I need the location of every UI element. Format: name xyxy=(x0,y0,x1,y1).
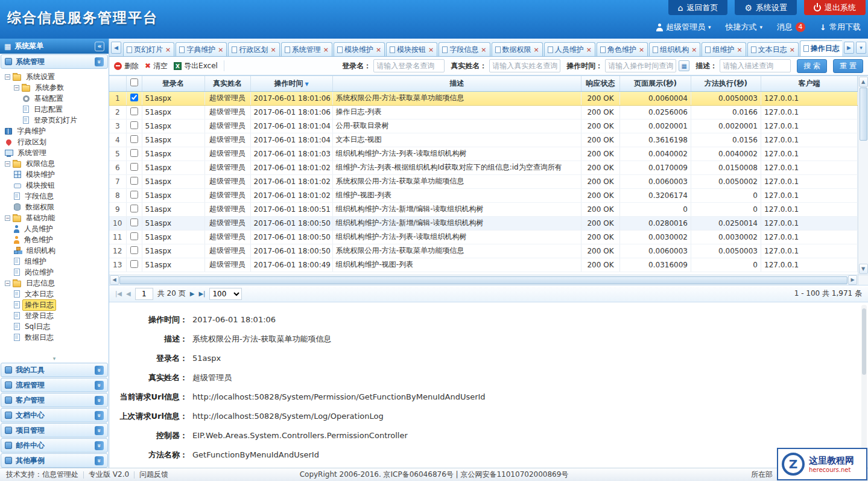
close-icon[interactable]: × xyxy=(534,46,539,54)
table-row-7[interactable]: 751aspx超级管理员2017-06-01 18:01:02系统权限公用-方法… xyxy=(109,174,858,188)
col-header-操作时间[interactable]: 操作时间▼ xyxy=(250,76,332,91)
tab-模块按钮[interactable]: 模块按钮× xyxy=(386,42,437,56)
tree-item-组维护[interactable]: 组维护 xyxy=(2,256,109,267)
tab-系统管理[interactable]: 系统管理× xyxy=(281,42,332,56)
close-icon[interactable]: × xyxy=(639,46,644,54)
tab-页幻灯片[interactable]: 页幻灯片× xyxy=(123,42,174,56)
tab-操作日志[interactable]: 操作日志× xyxy=(800,40,842,56)
row-checkbox[interactable] xyxy=(130,163,138,171)
sidebar-section-邮件中心[interactable]: 邮件中心» xyxy=(1,438,108,453)
last-page-button[interactable]: ▶| xyxy=(198,290,205,297)
section-toggle-icon[interactable]: » xyxy=(95,366,104,375)
row-checkbox[interactable] xyxy=(130,205,138,212)
sidebar-section-客户管理[interactable]: 客户管理» xyxy=(1,393,108,407)
search-input[interactable] xyxy=(720,59,791,72)
search-input[interactable] xyxy=(605,59,676,72)
sidebar-section-我的工具[interactable]: 我的工具» xyxy=(1,363,108,377)
close-icon[interactable]: × xyxy=(481,46,486,54)
sort-desc-icon[interactable]: ▼ xyxy=(305,81,308,87)
tab-模块维护[interactable]: 模块维护× xyxy=(334,42,385,56)
table-row-1[interactable]: 151aspx超级管理员2017-06-01 18:01:06系统权限公用-方法… xyxy=(109,91,858,105)
close-icon[interactable]: × xyxy=(218,46,223,54)
row-checkbox[interactable] xyxy=(130,232,138,240)
close-icon[interactable]: × xyxy=(323,46,329,54)
footer-item[interactable]: 问题反馈 xyxy=(139,470,168,480)
first-page-button[interactable]: |◀ xyxy=(115,290,122,297)
tree-item-登录日志[interactable]: 登录日志 xyxy=(2,310,109,321)
tree-scroll-down-icon[interactable]: ▾ xyxy=(0,355,109,362)
shortcuts-menu[interactable]: 快捷方式 ▾ xyxy=(726,22,763,33)
expander-icon[interactable]: − xyxy=(5,74,10,80)
row-checkbox[interactable] xyxy=(130,191,138,199)
row-checkbox[interactable] xyxy=(130,135,138,143)
table-row-9[interactable]: 951aspx超级管理员2017-06-01 18:00:51组织机构维护-方法… xyxy=(109,202,858,216)
search-button[interactable]: 搜 索 xyxy=(797,59,827,73)
tree-item-岗位维护[interactable]: 岗位维护 xyxy=(2,267,109,278)
detail-scrollbar[interactable] xyxy=(861,305,867,465)
home-button[interactable]: ⌂ 返回首页 xyxy=(668,0,728,15)
section-toggle-icon[interactable]: » xyxy=(95,381,104,390)
tree-item-系统参数[interactable]: −系统参数 xyxy=(2,82,109,93)
table-row-4[interactable]: 451aspx超级管理员2017-06-01 18:01:04文本日志-视图20… xyxy=(109,133,858,147)
table-row-6[interactable]: 651aspx超级管理员2017-06-01 18:01:02组维护-方法-列表… xyxy=(109,161,858,174)
close-icon[interactable]: × xyxy=(270,46,276,54)
close-icon[interactable]: × xyxy=(586,46,592,54)
tab-scroll-right-icon[interactable]: ▶ xyxy=(844,42,854,54)
table-row-10[interactable]: 1051aspx超级管理员2017-06-01 18:00:50组织机构维护-方… xyxy=(109,216,858,230)
sidebar-section-其他事例[interactable]: 其他事例» xyxy=(1,453,108,468)
tree-item-角色维护[interactable]: 角色维护 xyxy=(2,234,109,245)
search-input[interactable] xyxy=(489,59,560,72)
tab-数据权限[interactable]: 数据权限× xyxy=(492,42,543,56)
col-header-真实姓名[interactable]: 真实姓名 xyxy=(204,76,250,91)
page-number-input[interactable] xyxy=(135,288,153,300)
tree-item-模块维护[interactable]: 模块维护 xyxy=(2,169,109,180)
tree-item-基础配置[interactable]: 基础配置 xyxy=(2,93,109,104)
detail-scroll-thumb[interactable] xyxy=(862,308,866,375)
tab-人员维护[interactable]: 人员维护× xyxy=(544,42,595,56)
sidebar-section-文档中心[interactable]: 文档中心» xyxy=(1,408,108,422)
user-menu[interactable]: 超级管理员 ▾ xyxy=(656,22,711,33)
tree-item-行政区划[interactable]: 行政区划 xyxy=(2,136,109,147)
tree-item-字典维护[interactable]: 字典维护 xyxy=(2,126,109,136)
expander-icon[interactable]: − xyxy=(5,215,10,221)
tab-文本日志[interactable]: 文本日志× xyxy=(747,42,799,56)
tree-item-Sql日志[interactable]: Sql日志 xyxy=(2,321,109,332)
vertical-scroll-thumb[interactable] xyxy=(860,88,867,141)
tree-item-人员维护[interactable]: 人员维护 xyxy=(2,223,109,234)
tree-item-模块按钮[interactable]: 模块按钮 xyxy=(2,180,109,191)
tree-item-操作日志[interactable]: 操作日志 xyxy=(2,299,109,310)
exit-button[interactable]: 退出系统 xyxy=(804,0,866,15)
delete-button[interactable]: 删除 xyxy=(114,61,139,71)
search-input[interactable] xyxy=(373,59,445,72)
tree-item-系统设置[interactable]: −系统设置 xyxy=(2,71,109,82)
downloads-link[interactable]: ↓ 常用下载 xyxy=(820,22,861,33)
table-row-11[interactable]: 1151aspx超级管理员2017-06-01 18:00:50组织机构维护-方… xyxy=(109,230,858,244)
tree-item-基础功能[interactable]: −基础功能 xyxy=(2,212,109,223)
export-excel-button[interactable]: X 导出Excel xyxy=(174,61,218,71)
section-toggle-icon[interactable]: » xyxy=(95,396,104,405)
tree-item-登录页幻灯片[interactable]: 登录页幻灯片 xyxy=(2,115,109,126)
table-row-12[interactable]: 1251aspx超级管理员2017-06-01 18:00:50系统权限公用-方… xyxy=(109,244,858,258)
table-row-8[interactable]: 851aspx超级管理员2017-06-01 18:01:02组维护-视图-列表… xyxy=(109,188,858,202)
next-page-button[interactable]: ▶ xyxy=(190,290,195,297)
messages-link[interactable]: 消息 4 xyxy=(777,22,805,33)
row-checkbox[interactable] xyxy=(130,107,138,115)
tree-item-数据权限[interactable]: 数据权限 xyxy=(2,202,109,212)
horizontal-scroll-thumb[interactable] xyxy=(119,276,847,284)
row-checkbox[interactable] xyxy=(130,177,138,185)
tree-item-字段信息[interactable]: 字段信息 xyxy=(2,191,109,202)
row-checkbox[interactable] xyxy=(130,149,138,157)
tab-字典维护[interactable]: 字典维护× xyxy=(176,42,227,56)
tree-item-权限信息[interactable]: −权限信息 xyxy=(2,158,109,169)
close-icon[interactable]: × xyxy=(790,46,795,54)
tab-menu-icon[interactable]: ▾ xyxy=(856,42,866,54)
tree-item-组织机构[interactable]: 组织机构 xyxy=(2,245,109,256)
section-toggle-icon[interactable]: » xyxy=(95,426,104,435)
scroll-up-icon[interactable]: ▲ xyxy=(859,77,868,87)
tree-item-日志配置[interactable]: 日志配置 xyxy=(2,104,109,115)
page-size-select[interactable]: 100 xyxy=(209,288,242,300)
sidebar-section-system-management[interactable]: 系统管理 » xyxy=(1,54,108,69)
row-checkbox[interactable] xyxy=(130,121,138,129)
vertical-scrollbar[interactable]: ▲ ▼ xyxy=(858,76,868,275)
prev-page-button[interactable]: ◀ xyxy=(126,290,131,297)
